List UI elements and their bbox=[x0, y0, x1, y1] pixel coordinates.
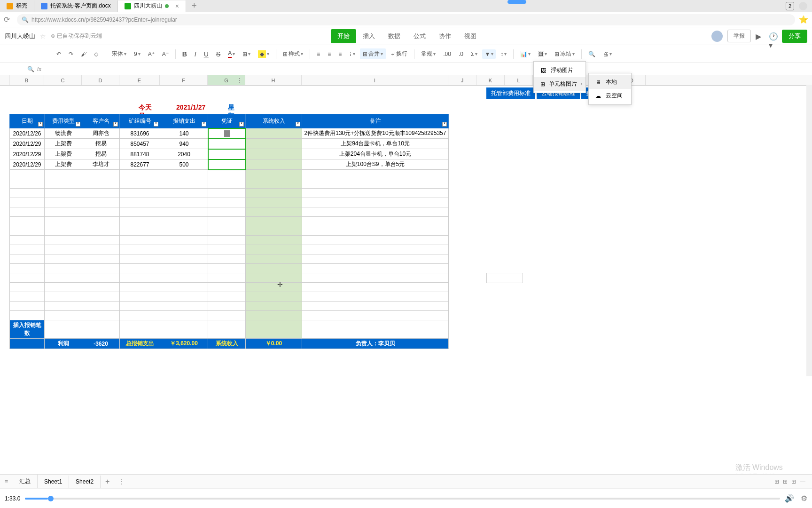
col-options-icon[interactable]: ⋮ bbox=[236, 77, 243, 84]
collab-icon[interactable]: ⊞ bbox=[774, 478, 779, 485]
merge-button[interactable]: ⊞ 合并 ▾ bbox=[360, 48, 386, 59]
report-button[interactable]: 举报 bbox=[727, 30, 751, 42]
table-row[interactable] bbox=[10, 189, 449, 198]
table-row[interactable] bbox=[10, 226, 449, 236]
col-header-l[interactable]: L bbox=[505, 75, 533, 85]
border-button[interactable]: ⊞ ▾ bbox=[240, 49, 253, 59]
find-button[interactable]: 🔍 bbox=[586, 49, 598, 59]
table-row[interactable]: 2020/12/26物流费周亦含831696140 2件快递费用130元+分拣送… bbox=[10, 128, 449, 139]
italic-button[interactable]: I bbox=[192, 48, 199, 60]
filter-icon[interactable] bbox=[202, 122, 206, 127]
menu-float-image[interactable]: 🖼 浮动图片 bbox=[534, 64, 586, 77]
col-header-g[interactable]: G⋮ bbox=[208, 75, 245, 85]
header-mine[interactable]: 矿组编号 bbox=[120, 114, 160, 128]
menu-formula[interactable]: 公式 bbox=[407, 29, 432, 43]
increase-font-button[interactable]: A⁺ bbox=[145, 49, 157, 59]
sheet-tab-summary[interactable]: 汇总 bbox=[13, 475, 38, 488]
underline-button[interactable]: U bbox=[201, 48, 211, 60]
col-header-k[interactable]: K bbox=[476, 75, 505, 85]
avatar[interactable] bbox=[799, 2, 807, 10]
table-row[interactable]: 2020/12/29上架费挖易850457940 上架94台显卡机，单台10元 bbox=[10, 139, 449, 149]
filter-icon[interactable] bbox=[239, 122, 244, 127]
table-row[interactable] bbox=[10, 170, 449, 179]
table-row[interactable] bbox=[10, 273, 449, 283]
link-fee-standard[interactable]: 托管部费用标准 bbox=[486, 87, 535, 99]
progress-thumb[interactable] bbox=[48, 496, 54, 501]
table-row[interactable] bbox=[10, 292, 449, 302]
sheet-tab-1[interactable]: Sheet1 bbox=[38, 476, 69, 488]
undo-button[interactable]: ↶ bbox=[54, 49, 64, 59]
format-painter-button[interactable]: 🖌 bbox=[78, 49, 89, 59]
freeze-button[interactable]: ⊞ 冻结 ▾ bbox=[552, 48, 578, 60]
decrease-font-button[interactable]: A⁻ bbox=[159, 49, 172, 59]
close-icon[interactable]: × bbox=[175, 2, 179, 10]
print-button[interactable]: 🖨 ▾ bbox=[600, 49, 615, 59]
align-center-button[interactable]: ≡ bbox=[325, 49, 334, 59]
grid-view-icon[interactable]: ⊞ bbox=[791, 478, 796, 485]
col-header-b[interactable]: B bbox=[9, 75, 44, 85]
strike-button[interactable]: S bbox=[213, 48, 223, 60]
menu-cloud[interactable]: ☁ 云空间 bbox=[589, 89, 631, 103]
font-color-button[interactable]: A ▾ bbox=[225, 48, 238, 60]
clear-format-button[interactable]: ◇ bbox=[91, 49, 101, 59]
number-format-select[interactable]: 常规 ▾ bbox=[418, 48, 438, 60]
video-progress-bar[interactable] bbox=[25, 498, 780, 500]
table-row[interactable] bbox=[10, 179, 449, 189]
table-row[interactable] bbox=[10, 236, 449, 245]
filter-icon[interactable] bbox=[76, 122, 80, 127]
link-icon[interactable]: ⊞ bbox=[783, 478, 788, 485]
add-tab-button[interactable]: + bbox=[186, 1, 203, 11]
chart-button[interactable]: 📊 ▾ bbox=[517, 49, 533, 59]
col-header-e[interactable]: E bbox=[119, 75, 160, 85]
image-button[interactable]: 🖼 ▾ bbox=[535, 49, 550, 59]
history-icon[interactable]: 🕐▾ bbox=[769, 32, 777, 40]
browser-tab-2[interactable]: 托管系统-客户页面.docx bbox=[34, 0, 118, 12]
menu-start[interactable]: 开始 bbox=[331, 29, 356, 43]
settings-icon[interactable]: ⚙ bbox=[801, 494, 807, 503]
header-voucher[interactable]: 凭证 bbox=[208, 114, 246, 128]
col-header-d[interactable]: D bbox=[82, 75, 119, 85]
filter-icon[interactable] bbox=[113, 122, 118, 127]
present-icon[interactable]: ▶ bbox=[756, 32, 764, 40]
filter-button[interactable]: ▼ ▾ bbox=[482, 49, 496, 59]
header-type[interactable]: 费用类型 bbox=[45, 114, 82, 128]
header-expense[interactable]: 报销支出 bbox=[160, 114, 208, 128]
insert-row[interactable]: 插入报销笔数 bbox=[10, 320, 449, 339]
wrap-button[interactable]: ⤶ 换行 bbox=[388, 48, 410, 60]
menu-data[interactable]: 数据 bbox=[382, 29, 407, 43]
filter-icon[interactable] bbox=[154, 122, 158, 127]
col-header-j[interactable]: J bbox=[448, 75, 476, 85]
share-button[interactable]: 分享 bbox=[782, 30, 807, 43]
volume-icon[interactable]: 🔊 bbox=[785, 494, 794, 503]
col-header-f[interactable]: F bbox=[160, 75, 208, 85]
font-size-select[interactable]: 9 ▾ bbox=[131, 49, 143, 59]
table-row[interactable] bbox=[10, 245, 449, 254]
header-income[interactable]: 系统收入 bbox=[246, 114, 302, 128]
sum-button[interactable]: Σ ▾ bbox=[468, 49, 480, 59]
header-customer[interactable]: 客户名 bbox=[82, 114, 120, 128]
filter-icon[interactable] bbox=[38, 122, 43, 127]
add-sheet-button[interactable]: + bbox=[101, 477, 114, 486]
table-row[interactable] bbox=[10, 283, 449, 292]
col-header-h[interactable]: H bbox=[245, 75, 302, 85]
more-icon[interactable]: — bbox=[800, 478, 805, 485]
fill-color-button[interactable]: ◆ ▾ bbox=[255, 48, 272, 60]
tab-count-badge[interactable]: 2 bbox=[786, 2, 794, 10]
table-row[interactable]: 2020/12/29上架费李培才822677500 上架100台S9，单台5元 bbox=[10, 159, 449, 170]
filter-icon[interactable] bbox=[442, 122, 447, 127]
voucher-thumbnail[interactable] bbox=[224, 130, 230, 137]
url-input[interactable]: 🔍 https://www.kdocs.cn/p/98259492437?pcE… bbox=[17, 14, 795, 25]
redo-button[interactable]: ↷ bbox=[66, 49, 76, 59]
decimal-inc-button[interactable]: .0 bbox=[456, 49, 466, 59]
col-header-i[interactable]: I bbox=[302, 75, 448, 85]
sort-button[interactable]: ↕ ▾ bbox=[498, 49, 509, 59]
table-row[interactable] bbox=[10, 302, 449, 311]
sheet-list-button[interactable]: ⋮ bbox=[114, 478, 129, 485]
menu-collab[interactable]: 协作 bbox=[432, 29, 458, 43]
align-left-button[interactable]: ≡ bbox=[314, 49, 323, 59]
menu-insert[interactable]: 插入 bbox=[356, 29, 382, 43]
favorite-icon[interactable]: ☆ bbox=[40, 32, 46, 40]
menu-cell-image[interactable]: ⊞ 单元格图片 › bbox=[534, 77, 586, 91]
header-remark[interactable]: 备注 bbox=[302, 114, 449, 128]
menu-view[interactable]: 视图 bbox=[458, 29, 483, 43]
